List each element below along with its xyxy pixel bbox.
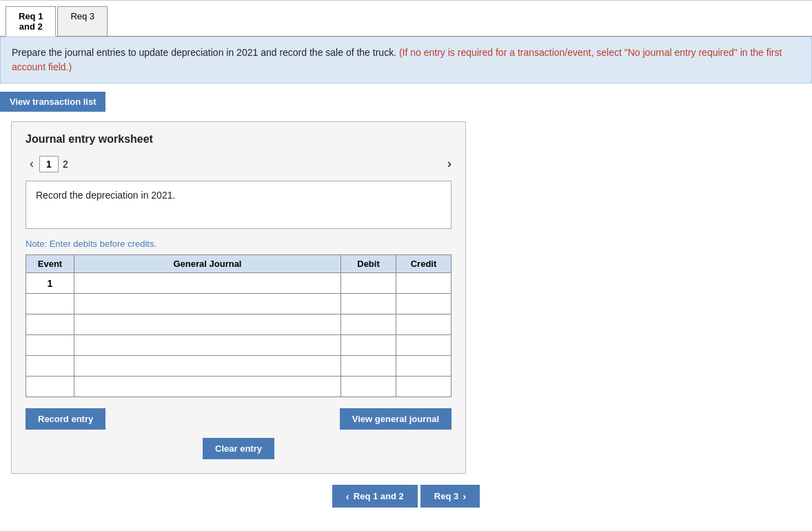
prev-page-button[interactable]: ‹ <box>26 155 38 172</box>
table-row-debit-4[interactable] <box>341 356 396 377</box>
note-text: Note: Enter debits before credits. <box>26 239 451 249</box>
table-row-debit-1[interactable] <box>341 294 396 314</box>
col-header-event: Event <box>26 255 74 273</box>
table-row-credit-0[interactable] <box>396 273 451 294</box>
col-header-journal: General Journal <box>74 255 341 273</box>
table-row-journal-0[interactable] <box>74 273 341 294</box>
view-general-journal-button[interactable]: View general journal <box>340 408 451 430</box>
buttons-row: Record entry View general journal <box>26 408 451 430</box>
instruction-box: Prepare the journal entries to update de… <box>0 37 812 83</box>
prev-arrow-icon: ‹ <box>346 490 349 502</box>
table-row-credit-5[interactable] <box>396 377 451 397</box>
table-row-journal-5[interactable] <box>74 377 341 397</box>
table-row-credit-4[interactable] <box>396 356 451 377</box>
nav-row: ‹ 1 2 › <box>26 155 451 172</box>
nav-prev-button[interactable]: ‹ Req 1 and 2 <box>332 485 418 508</box>
bottom-nav: ‹ Req 1 and 2 Req 3 › <box>0 485 812 508</box>
table-row-debit-5[interactable] <box>341 377 396 397</box>
table-row-credit-1[interactable] <box>396 294 451 314</box>
clear-entry-row: Clear entry <box>26 438 451 459</box>
page-num-2[interactable]: 2 <box>63 159 68 170</box>
table-row-event-5[interactable] <box>26 377 74 397</box>
table-row-credit-3[interactable] <box>396 335 451 356</box>
table-row-event-3[interactable] <box>26 335 74 356</box>
tab-req3[interactable]: Req 3 <box>57 6 108 36</box>
table-row-debit-2[interactable] <box>341 314 396 335</box>
table-row-event-4[interactable] <box>26 356 74 377</box>
view-transaction-list-button[interactable]: View transaction list <box>0 92 105 112</box>
nav-next-button[interactable]: Req 3 › <box>420 485 480 508</box>
next-page-button[interactable]: › <box>447 157 451 171</box>
instruction-main: Prepare the journal entries to update de… <box>12 47 396 58</box>
worksheet-title: Journal entry worksheet <box>26 133 451 146</box>
next-arrow-icon: › <box>463 490 466 502</box>
table-row-event-1[interactable] <box>26 294 74 314</box>
table-row-debit-0[interactable] <box>341 273 396 294</box>
table-row-debit-3[interactable] <box>341 335 396 356</box>
col-header-credit: Credit <box>396 255 451 273</box>
table-row-journal-4[interactable] <box>74 356 341 377</box>
table-row-journal-3[interactable] <box>74 335 341 356</box>
table-row-credit-2[interactable] <box>396 314 451 335</box>
tabs-container: Req 1 and 2 Req 3 <box>0 3 812 37</box>
prev-nav-label: Req 1 and 2 <box>354 491 404 501</box>
entry-instruction: Record the depreciation in 2021. <box>26 181 451 229</box>
worksheet-container: Journal entry worksheet ‹ 1 2 › Record t… <box>11 121 466 474</box>
tab-req1and2[interactable]: Req 1 and 2 <box>6 6 56 37</box>
record-entry-button[interactable]: Record entry <box>26 408 105 430</box>
table-row-journal-2[interactable] <box>74 314 341 335</box>
table-row-journal-1[interactable] <box>74 294 341 314</box>
next-nav-label: Req 3 <box>434 491 458 501</box>
table-row-event-2[interactable] <box>26 314 74 335</box>
table-row-event-0[interactable]: 1 <box>26 273 74 294</box>
page-num-1[interactable]: 1 <box>39 156 59 172</box>
clear-entry-button[interactable]: Clear entry <box>203 438 274 459</box>
col-header-debit: Debit <box>341 255 396 273</box>
journal-table: Event General Journal Debit Credit 1 <box>26 254 451 397</box>
